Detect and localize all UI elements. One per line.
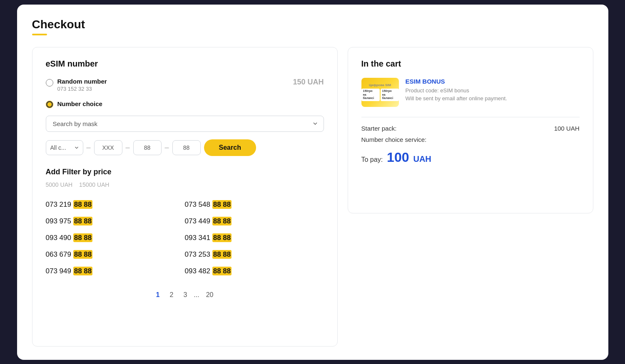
number-prefix-2: 093 975	[46, 217, 73, 225]
left-panel: eSIM number Random number 073 152 32 33 …	[32, 47, 338, 347]
number-item-0[interactable]: 073 219 88 88	[46, 196, 185, 213]
number-choice-label: Number choice	[57, 100, 102, 107]
number-highlight-1: 88 88	[212, 200, 232, 209]
code-dropdown[interactable]: All c... 073 093 063	[46, 140, 83, 155]
search-mask-dropdown[interactable]: Search by maskSearch by numberSearch by …	[46, 116, 324, 132]
starter-pack-label: Starter pack:	[361, 125, 397, 132]
number-prefix-4: 093 490	[46, 234, 73, 242]
number-item-5[interactable]: 093 341 88 88	[185, 230, 324, 246]
esim-section-title: eSIM number	[46, 59, 324, 69]
number-highlight-5: 88 88	[212, 233, 232, 242]
number-prefix-5: 093 341	[185, 234, 212, 242]
esim-chips: 150грнна балансі 150грнна балансі	[361, 89, 399, 101]
number-highlight-2: 88 88	[73, 217, 93, 225]
cart-title: In the cart	[361, 59, 580, 69]
number-choice-service-row: Number choice service:	[361, 136, 580, 143]
pagination: 1 2 3 ... 20	[46, 290, 324, 300]
page-1[interactable]: 1	[153, 290, 163, 300]
cart-product-row: Цифрова SIM 150грнна балансі 150грнна ба…	[361, 78, 580, 107]
number-item-2[interactable]: 093 975 88 88	[46, 213, 185, 230]
number-highlight-9: 88 88	[212, 267, 232, 275]
number-prefix-7: 073 253	[185, 250, 212, 258]
mask-input-1[interactable]	[94, 140, 122, 155]
cart-product-image: Цифрова SIM 150грнна балансі 150грнна ба…	[361, 78, 399, 107]
to-pay-currency: UAH	[413, 154, 431, 164]
cart-divider	[361, 117, 580, 117]
chip-1: 150грнна балансі	[361, 89, 380, 101]
product-desc: Will be sent by email after online payme…	[406, 95, 580, 102]
page-20[interactable]: 20	[203, 290, 217, 300]
random-number-radio[interactable]	[46, 79, 53, 87]
page-3[interactable]: 3	[180, 290, 190, 300]
separator-3: –	[165, 143, 169, 152]
separator-2: –	[126, 143, 130, 152]
number-prefix-1: 073 548	[185, 201, 212, 208]
random-number-row: Random number 073 152 32 33 150 UAH	[46, 78, 324, 92]
product-name-link[interactable]: ESIM BONUS	[406, 78, 580, 85]
random-number-info: Random number 073 152 32 33	[57, 78, 107, 92]
starter-pack-value: 100 UAH	[554, 125, 580, 132]
number-prefix-8: 073 949	[46, 267, 73, 275]
number-item-4[interactable]: 093 490 88 88	[46, 230, 185, 246]
mask-input-2[interactable]	[133, 140, 162, 155]
product-code: Product code: eSIM bonus	[406, 87, 580, 94]
number-choice-row: Number choice	[46, 99, 324, 108]
cart-product-info: ESIM BONUS Product code: eSIM bonus Will…	[406, 78, 580, 102]
page-2[interactable]: 2	[166, 290, 177, 300]
separator-1: –	[87, 143, 91, 152]
number-choice-service-label: Number choice service:	[361, 136, 427, 143]
random-number-price: 150 UAH	[293, 78, 324, 87]
random-number-sub: 073 152 32 33	[57, 86, 107, 92]
page-dots: ...	[194, 291, 199, 299]
to-pay-amount: 100	[387, 150, 409, 165]
filter-link-5000[interactable]: 5000 UAH	[46, 181, 73, 188]
mask-row: All c... 073 093 063 – – – Search	[46, 139, 324, 156]
number-prefix-6: 063 679	[46, 250, 73, 258]
content-row: eSIM number Random number 073 152 32 33 …	[32, 47, 593, 347]
number-highlight-7: 88 88	[212, 250, 232, 259]
number-prefix-9: 093 482	[185, 267, 212, 275]
random-number-label: Random number	[57, 78, 107, 85]
filter-links: 5000 UAH 15000 UAH	[46, 181, 324, 188]
number-highlight-8: 88 88	[73, 267, 93, 275]
search-button[interactable]: Search	[204, 139, 256, 156]
number-item-8[interactable]: 073 949 88 88	[46, 263, 185, 280]
number-highlight-4: 88 88	[73, 233, 93, 242]
filter-link-15000[interactable]: 15000 UAH	[79, 181, 109, 188]
random-number-left: Random number 073 152 32 33	[46, 78, 107, 92]
outer-card: Checkout eSIM number Random number 073 1…	[17, 5, 608, 360]
number-item-6[interactable]: 063 679 88 88	[46, 246, 185, 263]
number-item-1[interactable]: 073 548 88 88	[185, 196, 324, 213]
starter-pack-row: Starter pack: 100 UAH	[361, 125, 580, 132]
page-title: Checkout	[32, 18, 593, 31]
title-underline	[32, 34, 47, 35]
chip-2: 150грнна балансі	[381, 89, 399, 101]
number-prefix-0: 073 219	[46, 201, 73, 208]
number-highlight-3: 88 88	[212, 217, 232, 225]
number-item-3[interactable]: 073 449 88 88	[185, 213, 324, 230]
numbers-grid: 073 219 88 88 073 548 88 88 093 975 88 8…	[46, 196, 324, 280]
right-panel: In the cart Цифрова SIM 150грнна балансі…	[348, 47, 593, 213]
to-pay-label: To pay:	[361, 156, 383, 163]
number-prefix-3: 073 449	[185, 217, 212, 225]
filter-title: Add Filter by price	[46, 168, 324, 176]
mask-input-3[interactable]	[172, 140, 201, 155]
number-item-7[interactable]: 073 253 88 88	[185, 246, 324, 263]
number-highlight-6: 88 88	[73, 250, 93, 259]
number-item-9[interactable]: 093 482 88 88	[185, 263, 324, 280]
to-pay-row: To pay: 100 UAH	[361, 150, 580, 165]
number-highlight-0: 88 88	[73, 200, 93, 209]
number-choice-radio[interactable]	[46, 101, 53, 108]
esim-img-label: Цифрова SIM	[369, 83, 391, 87]
